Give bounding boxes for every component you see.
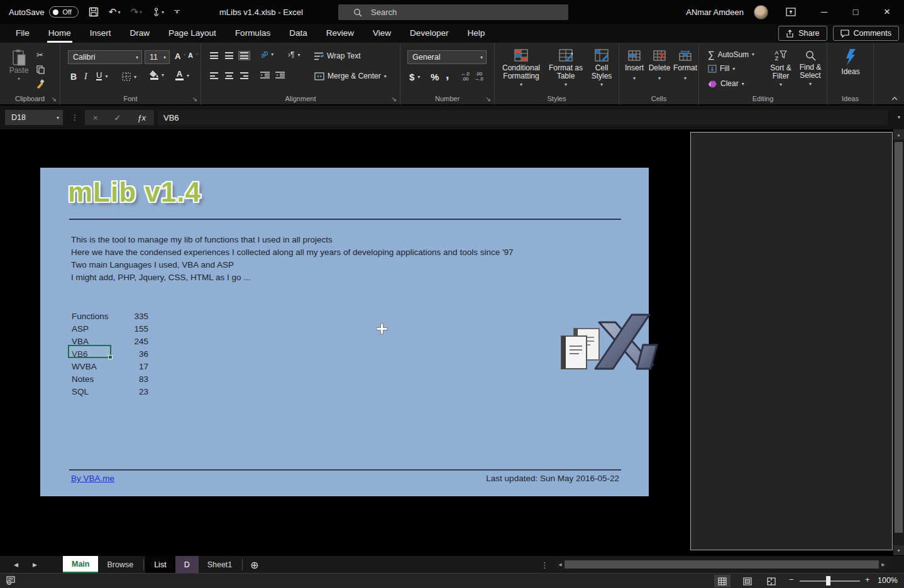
conditional-formatting-button[interactable]: Conditional Formatting ▾: [499, 49, 544, 89]
scroll-left-button[interactable]: ◀: [556, 562, 565, 567]
collapse-ribbon-button[interactable]: [891, 96, 898, 101]
tab-review[interactable]: Review: [317, 24, 363, 43]
sheet-nav-next-button[interactable]: ▶: [33, 556, 37, 574]
search-input[interactable]: Search: [338, 4, 568, 20]
merge-center-button[interactable]: Merge & Center ▾: [314, 72, 387, 80]
tab-view[interactable]: View: [363, 24, 400, 43]
formula-bar-handle[interactable]: ⋮: [71, 113, 79, 122]
name-box[interactable]: D18 ▾: [5, 110, 63, 125]
align-top-button[interactable]: [209, 52, 219, 60]
ideas-button[interactable]: Ideas: [837, 49, 864, 76]
table-row[interactable]: ASP155: [72, 322, 148, 335]
user-name[interactable]: ANmar Amdeen: [686, 8, 744, 17]
tab-developer[interactable]: Developer: [400, 24, 458, 43]
zoom-level[interactable]: 100%: [878, 576, 898, 585]
tab-home[interactable]: Home: [39, 24, 80, 43]
enter-button[interactable]: ✓: [114, 113, 121, 122]
delete-cells-button[interactable]: Delete ▾: [647, 50, 672, 82]
undo-button[interactable]: ↶▾: [109, 6, 121, 18]
insert-cells-button[interactable]: Insert ▾: [622, 50, 647, 82]
comma-style-button[interactable]: ,: [446, 68, 449, 82]
comments-button[interactable]: Comments: [833, 26, 899, 41]
table-row[interactable]: Notes83: [72, 373, 148, 385]
autosum-button[interactable]: ∑ AutoSum ▾: [708, 49, 754, 60]
accounting-format-button[interactable]: $▾: [409, 72, 420, 82]
macro-record-button[interactable]: [6, 576, 16, 585]
touch-mode-button[interactable]: ▾: [152, 8, 164, 17]
tab-formulas[interactable]: Formulas: [226, 24, 280, 43]
align-middle-button[interactable]: [224, 52, 234, 60]
percent-style-button[interactable]: %: [431, 72, 439, 82]
expand-formula-bar-button[interactable]: ▾: [898, 114, 900, 120]
sheet-tab-sheet1[interactable]: Sheet1: [199, 556, 241, 574]
save-button[interactable]: [89, 7, 99, 17]
decrease-indent-button[interactable]: [260, 72, 270, 79]
sheet-tab-main[interactable]: Main: [63, 556, 98, 574]
wrap-text-button[interactable]: Wrap Text: [314, 52, 361, 60]
find-select-button[interactable]: Find & Select ▾: [796, 50, 825, 88]
normal-view-button[interactable]: [714, 575, 730, 587]
alignment-dialog-launcher[interactable]: ↘: [392, 95, 397, 102]
formula-input[interactable]: VB6: [157, 110, 888, 125]
sheet-tab-browse[interactable]: Browse: [98, 556, 142, 574]
fill-button[interactable]: Fill ▾: [708, 64, 735, 73]
scroll-down-button[interactable]: ▼: [893, 545, 904, 555]
autosave-pill[interactable]: Off: [49, 6, 78, 18]
font-size-select[interactable]: 11 ▾: [145, 50, 170, 64]
borders-button[interactable]: ▾: [122, 72, 136, 81]
ribbon-display-options-button[interactable]: [786, 8, 800, 16]
underline-button[interactable]: U▾: [96, 72, 107, 80]
clipboard-dialog-launcher[interactable]: ↘: [52, 95, 57, 102]
zoom-in-button[interactable]: +: [865, 575, 870, 584]
autosave-toggle[interactable]: AutoSave Off: [9, 6, 79, 18]
decrease-font-button[interactable]: Aˇ: [188, 52, 198, 59]
sheet-tab-d[interactable]: D: [175, 556, 199, 574]
align-left-button[interactable]: [209, 72, 219, 80]
sheet-tab-list[interactable]: List: [145, 556, 175, 574]
tab-file[interactable]: File: [6, 24, 39, 43]
number-format-select[interactable]: General ▾: [407, 50, 487, 64]
font-dialog-launcher[interactable]: ↘: [192, 95, 197, 102]
increase-font-button[interactable]: Aˆ: [175, 52, 185, 61]
format-as-table-button[interactable]: Format as Table ▾: [546, 49, 585, 89]
align-bottom-button[interactable]: [239, 52, 250, 60]
sort-filter-button[interactable]: A Z Sort & Filter ▾: [767, 50, 795, 89]
worksheet-canvas[interactable]: mLib v1.4 This is the tool to manage my …: [0, 129, 893, 555]
format-painter-button[interactable]: [35, 79, 45, 89]
fill-color-button[interactable]: ▾: [150, 70, 164, 80]
avatar[interactable]: [754, 5, 768, 19]
page-break-view-button[interactable]: [763, 575, 780, 587]
increase-indent-button[interactable]: [275, 72, 285, 79]
table-row[interactable]: WVBA17: [72, 360, 148, 373]
text-direction-button[interactable]: ›¶ ▾: [288, 50, 300, 59]
selected-cell-outline[interactable]: [68, 345, 111, 358]
font-name-select[interactable]: Calibri ▾: [68, 50, 142, 64]
sheet-nav-prev-button[interactable]: ◀: [14, 556, 18, 574]
horizontal-scrollbar-thumb[interactable]: [565, 560, 879, 569]
zoom-slider-thumb[interactable]: [826, 576, 830, 585]
copy-button[interactable]: [36, 65, 45, 74]
scroll-up-button[interactable]: ▲: [893, 129, 904, 139]
customize-qat-button[interactable]: ▾: [174, 10, 180, 14]
align-center-button[interactable]: [224, 72, 234, 80]
zoom-out-button[interactable]: −: [789, 575, 794, 584]
maximize-button[interactable]: □: [849, 7, 863, 17]
table-row[interactable]: SQL23: [72, 385, 148, 398]
tab-data[interactable]: Data: [280, 24, 317, 43]
cell-styles-button[interactable]: Cell Styles ▾: [587, 49, 617, 89]
byvba-link[interactable]: By VBA.me: [71, 474, 114, 483]
scroll-right-button[interactable]: ▶: [879, 562, 888, 567]
number-dialog-launcher[interactable]: ↘: [486, 95, 491, 102]
redo-button[interactable]: ↷▾: [130, 6, 142, 18]
format-cells-button[interactable]: Format ▾: [672, 50, 698, 82]
paste-button[interactable]: Paste ▾: [5, 49, 33, 83]
vertical-scrollbar[interactable]: ▲ ▼: [893, 129, 904, 555]
increase-decimal-button[interactable]: ←.0 .00: [461, 72, 470, 82]
tab-page-layout[interactable]: Page Layout: [159, 24, 226, 43]
horizontal-scrollbar[interactable]: ◀ ▶: [556, 559, 888, 570]
decrease-decimal-button[interactable]: .00 →.0: [475, 72, 483, 82]
clear-button[interactable]: Clear ▾: [708, 79, 744, 88]
italic-button[interactable]: I: [84, 72, 87, 82]
orientation-button[interactable]: ab ▾: [260, 50, 273, 58]
font-color-button[interactable]: A ▾: [175, 70, 189, 80]
